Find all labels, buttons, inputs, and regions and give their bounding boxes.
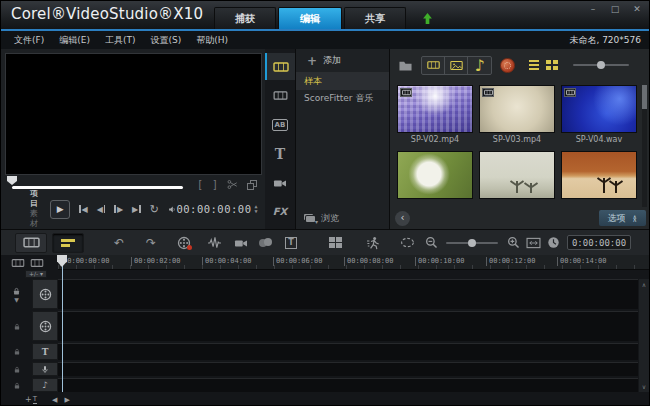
nav-overlay-button[interactable]: AB xyxy=(265,111,295,138)
paint-creator-button[interactable] xyxy=(258,235,274,251)
sound-mixer-button[interactable] xyxy=(206,235,222,251)
menu-file[interactable]: 文件(F) xyxy=(14,34,44,47)
title-track-lane[interactable] xyxy=(58,343,638,360)
thumbnail-winter-trees[interactable] xyxy=(479,151,555,199)
volume-icon[interactable] xyxy=(168,204,177,215)
next-frame-button[interactable]: ▶ xyxy=(114,205,123,214)
media-item[interactable]: SP-V04.wav xyxy=(561,85,637,145)
auto-music-button[interactable] xyxy=(233,235,249,251)
add-remove-track-button[interactable]: +/-▾ xyxy=(25,270,47,278)
menu-tools[interactable]: 工具(T) xyxy=(105,34,136,47)
scrubber-handle[interactable] xyxy=(7,176,17,185)
scroll-down-icon[interactable]: ∨ xyxy=(642,383,646,390)
thumbnail-dandelion[interactable] xyxy=(397,151,473,199)
undo-button[interactable]: ↶ xyxy=(111,235,127,251)
thumbnail-spv02[interactable] xyxy=(397,85,473,133)
subtitle-editor-button[interactable]: T xyxy=(283,235,299,251)
collapse-left-button[interactable]: ‹ xyxy=(395,211,410,226)
filter-video-button[interactable] xyxy=(422,57,445,74)
tab-edit[interactable]: 编辑 xyxy=(278,7,342,29)
timeline-view-button[interactable] xyxy=(52,233,84,253)
storyboard-view-button[interactable] xyxy=(15,233,47,253)
menu-help[interactable]: 帮助(H) xyxy=(196,34,228,47)
media-item[interactable] xyxy=(561,151,637,207)
track-transparency-button[interactable] xyxy=(399,235,415,251)
overlay-track-lane[interactable] xyxy=(58,311,638,341)
nav-graphic-button[interactable] xyxy=(265,169,295,196)
enlarge-preview-icon[interactable] xyxy=(247,180,257,190)
nav-filter-button[interactable]: FX xyxy=(265,198,295,225)
nav-transition-button[interactable] xyxy=(265,82,295,109)
import-folder-icon[interactable] xyxy=(398,59,413,72)
record-capture-button[interactable] xyxy=(176,235,192,251)
maximize-button[interactable]: □ xyxy=(609,4,621,14)
voice-track-header[interactable] xyxy=(32,362,58,376)
timeline-ruler[interactable]: 00:00:00:00 00:00:02:00 00:00:04:00 00:0… xyxy=(58,255,649,270)
preview-timecode[interactable]: 00:00:00:00 ▲▼ xyxy=(176,203,258,215)
video-track-header[interactable] xyxy=(32,279,58,309)
close-button[interactable]: ✕ xyxy=(631,4,643,14)
timeline-scrollbar[interactable]: ∧ ∨ xyxy=(639,279,649,392)
end-button[interactable]: ▶ xyxy=(132,205,141,214)
menu-settings[interactable]: 设置(S) xyxy=(150,34,181,47)
minimize-button[interactable]: – xyxy=(587,4,599,14)
timeline-duration[interactable]: 0:00:00:00 xyxy=(567,235,631,250)
lock-track-icon[interactable] xyxy=(13,366,21,373)
redo-button[interactable]: ↷ xyxy=(143,235,159,251)
zoom-out-button[interactable] xyxy=(423,235,439,251)
show-all-tracks-icon[interactable] xyxy=(11,258,25,268)
project-duration-button[interactable] xyxy=(545,235,561,251)
prev-chapter-button[interactable]: ◀ xyxy=(52,396,57,404)
media-360-button[interactable] xyxy=(500,58,515,73)
lock-track-icon[interactable] xyxy=(13,348,21,355)
mark-out-button[interactable]: ] xyxy=(212,180,218,190)
media-item[interactable] xyxy=(479,151,555,207)
media-item[interactable] xyxy=(397,151,473,207)
timeline-zoom-slider[interactable] xyxy=(446,242,498,244)
home-button[interactable]: ◀ xyxy=(79,205,88,214)
playhead-marker[interactable] xyxy=(57,255,67,267)
thumbnail-size-slider[interactable] xyxy=(573,64,629,66)
title-track-header[interactable]: T xyxy=(32,343,58,360)
lock-track-icon[interactable] xyxy=(12,287,21,295)
media-item[interactable]: SP-V02.mp4 xyxy=(397,85,473,145)
lock-track-icon[interactable] xyxy=(13,323,21,330)
nav-title-button[interactable]: T xyxy=(265,140,295,167)
zoom-slider-knob[interactable] xyxy=(468,239,476,247)
timecode-spinner[interactable]: ▲▼ xyxy=(254,204,258,214)
gallery-scrollbar[interactable] xyxy=(642,85,647,207)
lock-track-icon[interactable] xyxy=(13,382,21,389)
gallery-scroll-thumb[interactable] xyxy=(642,85,647,109)
media-item[interactable]: SP-V03.mp4 xyxy=(479,85,555,145)
filter-audio-button[interactable]: ♪ xyxy=(468,57,491,74)
tab-share[interactable]: 共享 xyxy=(344,7,406,29)
scroll-up-icon[interactable]: ∧ xyxy=(642,281,646,288)
thumbnail-spv04[interactable] xyxy=(561,85,637,133)
next-chapter-button[interactable]: ▶ xyxy=(64,396,69,404)
thumbnail-desert[interactable] xyxy=(561,151,637,199)
tab-capture[interactable]: 捕获 xyxy=(214,7,276,29)
multicam-editor-button[interactable] xyxy=(327,235,343,251)
browse-button[interactable]: ▾ 浏览 xyxy=(296,207,389,229)
prev-frame-button[interactable]: ◀ xyxy=(97,205,106,214)
overlay-track-header[interactable] xyxy=(32,311,58,341)
collapse-tracks-icon[interactable]: ▼ xyxy=(14,298,19,302)
play-button[interactable]: ▶ xyxy=(50,200,70,219)
playhead-line[interactable] xyxy=(62,265,63,392)
category-item-scorefitter[interactable]: ScoreFitter 音乐 xyxy=(296,90,389,107)
mark-in-button[interactable]: [ xyxy=(197,180,203,190)
category-item-samples[interactable]: 样本 xyxy=(296,73,389,90)
grid-view-button[interactable] xyxy=(546,60,558,70)
fit-project-button[interactable] xyxy=(525,235,541,251)
voice-track-lane[interactable] xyxy=(58,362,638,376)
video-track-lane[interactable] xyxy=(58,279,638,309)
filter-photo-button[interactable] xyxy=(445,57,468,74)
options-button[interactable]: 选项 ∧∧ xyxy=(599,210,646,226)
music-track-lane[interactable] xyxy=(58,378,638,392)
list-view-button[interactable] xyxy=(529,60,539,70)
repeat-button[interactable]: ↻ xyxy=(150,204,159,215)
add-category-button[interactable]: + 添加 xyxy=(296,49,389,73)
zoom-in-button[interactable] xyxy=(505,235,521,251)
track-view-icon[interactable] xyxy=(30,258,44,268)
menu-edit[interactable]: 编辑(E) xyxy=(59,34,90,47)
